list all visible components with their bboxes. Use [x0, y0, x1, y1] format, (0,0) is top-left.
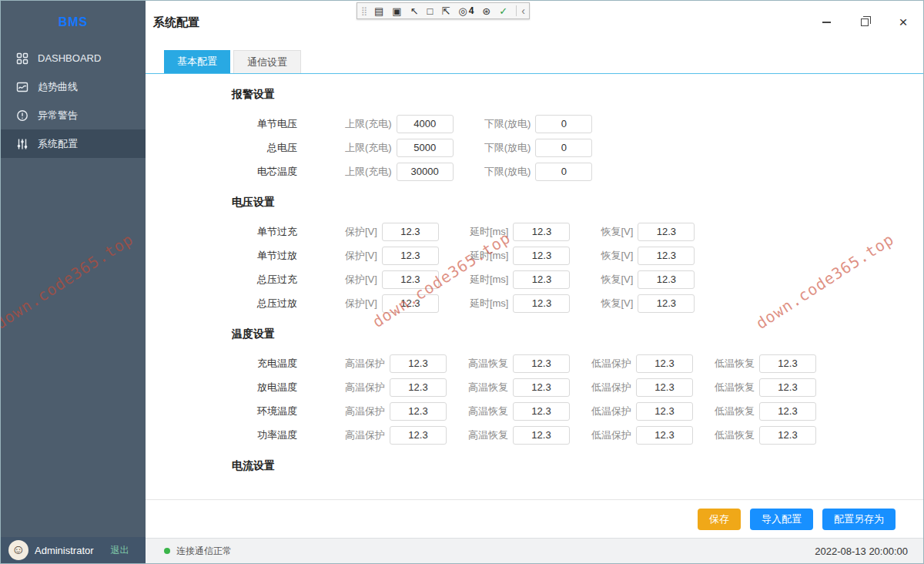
save-button[interactable]: 保存: [698, 509, 741, 530]
field-input[interactable]: [636, 354, 693, 373]
field-input[interactable]: [636, 426, 693, 445]
field-input[interactable]: [382, 294, 439, 313]
tab-comm-settings[interactable]: 通信设置: [233, 50, 301, 73]
field-label: 恢复[V]: [601, 297, 633, 311]
section-title: 电流设置: [232, 459, 905, 473]
field-group: 延时[ms]: [470, 247, 571, 265]
row-label: 单节过充: [164, 225, 297, 239]
field-group: 下限(放电): [484, 139, 593, 157]
dashboard-icon: [16, 52, 28, 65]
field-group: 低温恢复: [715, 402, 816, 421]
save-config-as-button[interactable]: 配置另存为: [822, 509, 896, 530]
tab-basic-config[interactable]: 基本配置: [164, 50, 230, 73]
field-input[interactable]: [397, 115, 454, 133]
confirm-check-icon[interactable]: ✓: [499, 6, 507, 16]
field-input[interactable]: [390, 354, 447, 373]
app-logo: BMS: [1, 1, 146, 44]
field-group: 上限(充电): [345, 163, 454, 181]
sidebar-item-config[interactable]: 系统配置: [1, 129, 146, 158]
restore-button[interactable]: [859, 16, 871, 29]
logout-link[interactable]: 退出: [111, 544, 129, 557]
field-input[interactable]: [759, 426, 816, 445]
field-input[interactable]: [638, 270, 695, 289]
config-row: 单节过放保护[V]延时[ms]恢复[V]: [164, 243, 905, 267]
field-input[interactable]: [638, 223, 695, 241]
field-input[interactable]: [759, 402, 816, 421]
sidebar-nav: DASHBOARD趋势曲线异常警告系统配置: [1, 44, 146, 537]
field-label: 高温保护: [345, 357, 385, 371]
field-input[interactable]: [759, 354, 816, 373]
field-input[interactable]: [513, 402, 570, 421]
field-label: 延时[ms]: [470, 225, 509, 239]
sidebar: BMS DASHBOARD趋势曲线异常警告系统配置 ☺ Administrato…: [1, 1, 146, 563]
field-input[interactable]: [535, 139, 592, 157]
row-label: 单节电压: [164, 117, 297, 131]
field-input[interactable]: [513, 247, 570, 265]
close-button[interactable]: ×: [897, 16, 909, 29]
field-input[interactable]: [390, 378, 447, 397]
field-group: 下限(放电): [484, 163, 593, 181]
minimize-button[interactable]: [820, 16, 832, 29]
collapse-chevron-icon[interactable]: ‹: [516, 5, 525, 16]
field-group: 保护[V]: [345, 270, 439, 289]
region-select-icon[interactable]: □: [427, 6, 434, 16]
avatar: ☺: [8, 540, 28, 560]
camera-icon[interactable]: ▣: [392, 6, 401, 16]
field-input[interactable]: [382, 223, 439, 241]
sidebar-item-dashboard[interactable]: DASHBOARD: [1, 44, 146, 72]
field-label: 高温保护: [345, 428, 385, 442]
field-label: 高温保护: [345, 381, 385, 394]
field-input[interactable]: [535, 115, 592, 133]
cursor-select-icon[interactable]: ↖: [410, 6, 419, 16]
app-window: BMS DASHBOARD趋势曲线异常警告系统配置 ☺ Administrato…: [0, 0, 924, 564]
config-icon: [16, 138, 28, 150]
field-label: 高温恢复: [468, 405, 508, 418]
field-input[interactable]: [513, 294, 570, 313]
sidebar-item-trend[interactable]: 趋势曲线: [1, 72, 146, 101]
field-input[interactable]: [513, 354, 570, 373]
accessibility-icon[interactable]: ⊛: [482, 6, 490, 16]
config-row: 单节电压上限(充电)下限(放电): [164, 112, 905, 136]
field-group: 恢复[V]: [601, 270, 695, 289]
screen-record-icon[interactable]: ▤: [374, 6, 383, 16]
field-input[interactable]: [513, 426, 570, 445]
field-input[interactable]: [397, 139, 454, 157]
section-title: 温度设置: [232, 327, 905, 341]
window-select-icon[interactable]: ⇱: [441, 6, 450, 16]
field-label: 恢复[V]: [601, 249, 633, 263]
import-config-button[interactable]: 导入配置: [750, 509, 813, 530]
field-input[interactable]: [382, 247, 439, 265]
field-input[interactable]: [636, 378, 693, 397]
field-group: 低温保护: [591, 402, 693, 421]
field-label: 延时[ms]: [470, 249, 509, 263]
row-label: 总压过放: [164, 297, 297, 311]
user-bar: ☺ Administrator 退出: [1, 537, 146, 563]
field-input[interactable]: [390, 426, 447, 445]
record-count[interactable]: ◎4: [458, 6, 474, 16]
field-input[interactable]: [638, 247, 695, 265]
field-input[interactable]: [636, 402, 693, 421]
field-input[interactable]: [513, 378, 570, 397]
field-group: 恢复[V]: [601, 223, 695, 241]
restore-icon: [861, 18, 869, 26]
row-label: 充电温度: [164, 357, 297, 371]
capture-toolbar[interactable]: ⣿ ▤▣↖□⇱◎4⊛✓‹: [357, 2, 530, 19]
sidebar-item-alert[interactable]: 异常警告: [1, 101, 146, 129]
field-input[interactable]: [535, 163, 592, 181]
field-input[interactable]: [513, 270, 570, 289]
tabs: 基本配置通信设置: [146, 44, 923, 74]
field-label: 上限(充电): [345, 117, 392, 131]
field-input[interactable]: [759, 378, 816, 397]
field-label: 高温恢复: [468, 381, 508, 394]
field-input[interactable]: [513, 223, 570, 241]
field-input[interactable]: [390, 402, 447, 421]
field-label: 上限(充电): [345, 141, 392, 155]
field-label: 下限(放电): [484, 117, 531, 131]
field-label: 保护[V]: [345, 273, 377, 287]
field-input[interactable]: [638, 294, 695, 313]
toolbar-grip-icon[interactable]: ⣿: [361, 6, 366, 16]
footer-buttons: 保存导入配置配置另存为: [146, 499, 923, 538]
config-section: 温度设置充电温度高温保护高温恢复低温保护低温恢复放电温度高温保护高温恢复低温保护…: [164, 327, 905, 447]
field-input[interactable]: [397, 163, 454, 181]
field-input[interactable]: [382, 270, 439, 289]
